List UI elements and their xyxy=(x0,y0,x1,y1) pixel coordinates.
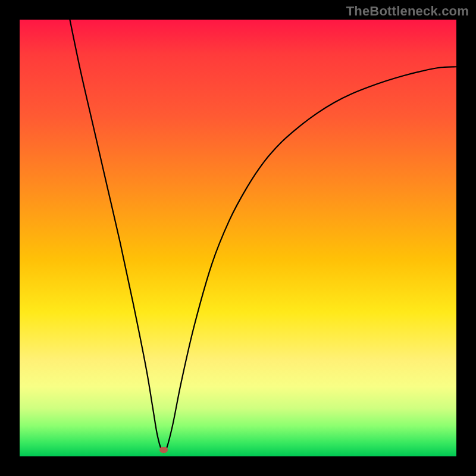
curve-svg xyxy=(20,20,456,456)
watermark-text: TheBottleneck.com xyxy=(346,4,469,19)
optimal-marker xyxy=(159,447,168,453)
chart-frame: TheBottleneck.com xyxy=(0,0,476,476)
plot-area xyxy=(20,20,456,456)
bottleneck-curve xyxy=(70,20,456,452)
